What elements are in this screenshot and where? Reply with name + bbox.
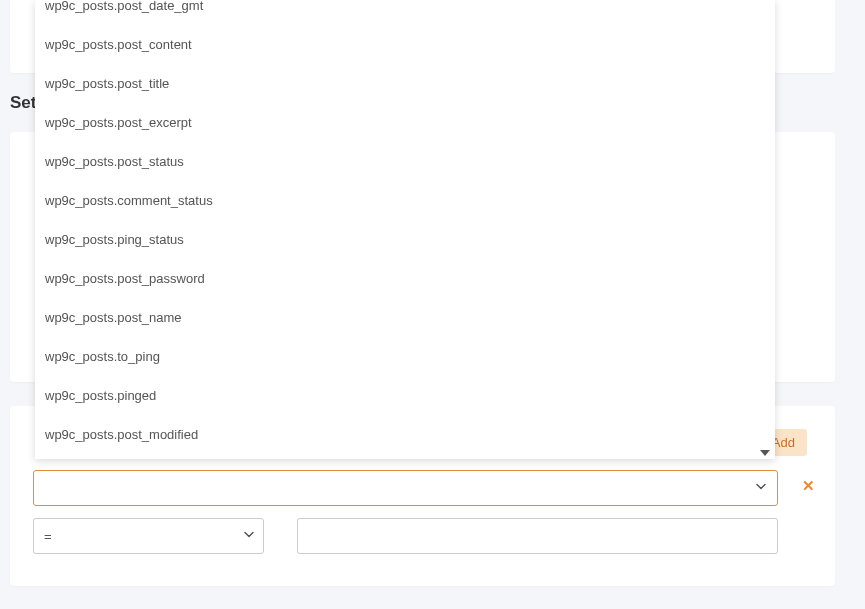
operator-select-value: = (44, 529, 52, 544)
filter-condition-row: = (33, 518, 778, 554)
dropdown-item[interactable]: wp9c_posts.post_title (35, 64, 775, 103)
field-dropdown: wp9c_posts.post_date_gmt wp9c_posts.post… (35, 0, 775, 459)
dropdown-item[interactable]: wp9c_posts.post_excerpt (35, 103, 775, 142)
dropdown-item[interactable]: wp9c_posts.post_content (35, 25, 775, 64)
operator-select[interactable]: = (33, 518, 264, 554)
dropdown-item[interactable]: wp9c_posts.ping_status (35, 220, 775, 259)
chevron-down-icon (755, 481, 767, 496)
remove-filter-icon[interactable]: ✕ (802, 477, 815, 495)
dropdown-item[interactable]: wp9c_posts.comment_status (35, 181, 775, 220)
value-input[interactable] (297, 518, 778, 554)
dropdown-item[interactable]: wp9c_posts.to_ping (35, 337, 775, 376)
field-select[interactable] (33, 470, 778, 506)
dropdown-item[interactable]: wp9c_posts.post_status (35, 142, 775, 181)
field-dropdown-list[interactable]: wp9c_posts.post_date_gmt wp9c_posts.post… (35, 0, 775, 459)
filter-field-row (33, 470, 778, 506)
chevron-down-icon (243, 529, 255, 544)
dropdown-item[interactable]: wp9c_posts.post_date_gmt (35, 0, 775, 25)
dropdown-item[interactable]: wp9c_posts.post_modified (35, 415, 775, 454)
dropdown-item[interactable]: wp9c_posts.pinged (35, 376, 775, 415)
dropdown-item[interactable]: wp9c_posts.post_name (35, 298, 775, 337)
dropdown-item[interactable]: wp9c_posts.post_password (35, 259, 775, 298)
section-header: Set (10, 93, 36, 113)
